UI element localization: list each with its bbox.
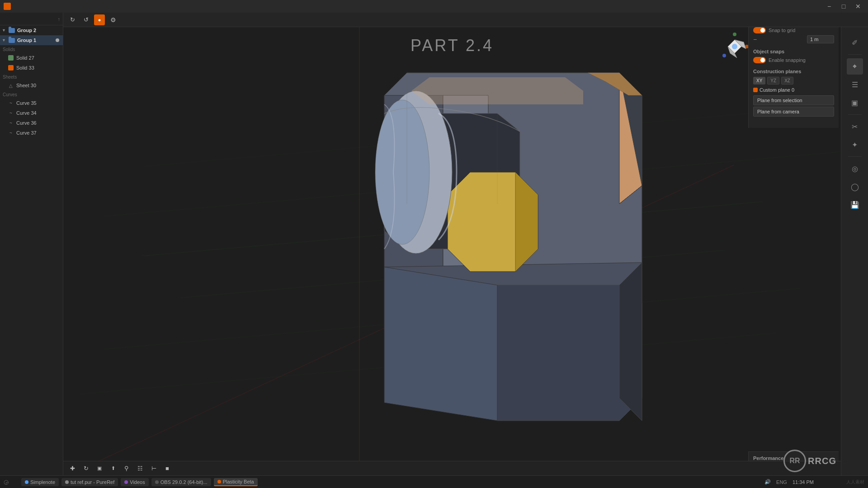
curve37-icon: ~ xyxy=(7,129,14,136)
vp-object-icon[interactable]: ■ xyxy=(162,463,173,474)
taskbar-videos[interactable]: Videos xyxy=(121,478,148,486)
volume-icon[interactable]: 🔊 xyxy=(764,479,771,485)
rpanel-square-btn[interactable]: ▣ xyxy=(847,94,863,111)
rpanel-circle-target-btn[interactable]: ◎ xyxy=(847,160,863,177)
maximize-button[interactable]: □ xyxy=(837,0,850,13)
sidebar-collapse-btn[interactable]: ↑ xyxy=(58,16,61,22)
plasticity-dot xyxy=(217,480,221,483)
group1-arrow: ▼ xyxy=(2,38,8,42)
enable-snapping-toggle[interactable] xyxy=(753,57,766,63)
tree-item-group2[interactable]: ▼ Group 2 xyxy=(0,25,63,35)
curve34-label: Curve 34 xyxy=(16,110,47,116)
snap-to-grid-row: Snap to grid xyxy=(753,27,834,33)
curve37-eye-btn[interactable]: 👁 xyxy=(47,130,54,136)
plane-from-camera-btn[interactable]: Plane from camera xyxy=(753,107,834,117)
taskbar-obs[interactable]: OBS 29.0.2 (64-bit)... xyxy=(151,478,211,486)
svg-marker-8 xyxy=(384,267,497,421)
snap-to-grid-toggle[interactable] xyxy=(753,27,766,33)
sheet30-x-btn[interactable]: ✕ xyxy=(55,82,61,89)
tree-item-curve36[interactable]: ~ Curve 36 👁 ✕ xyxy=(0,118,63,128)
history-forward-icon[interactable]: ↺ xyxy=(80,14,91,25)
curve35-x-btn[interactable]: ✕ xyxy=(55,100,61,106)
tree-item-group1[interactable]: ▼ Group 1 xyxy=(0,35,63,45)
rpanel-target-btn[interactable]: ⌖ xyxy=(847,58,863,75)
axis-tab-yz[interactable]: YZ xyxy=(767,77,779,84)
history-back-icon[interactable]: ↻ xyxy=(67,14,78,25)
enable-snapping-row: Enable snapping xyxy=(753,57,834,63)
rpanel-divider3 xyxy=(848,156,862,157)
rpanel-star-btn[interactable]: ✦ xyxy=(847,136,863,153)
watermark-label: 人人素材 xyxy=(846,479,864,485)
curve34-icon: ~ xyxy=(7,109,14,117)
rpanel-scissors-btn[interactable]: ✂ xyxy=(847,118,863,135)
vp-select-icon[interactable]: ⬆ xyxy=(108,463,118,474)
group2-arrow: ▼ xyxy=(2,28,8,33)
gizmo-svg xyxy=(719,31,750,62)
close-button[interactable]: ✕ xyxy=(852,0,864,13)
taskbar-simplenote[interactable]: Simplenote xyxy=(21,478,59,486)
plane-from-selection-btn[interactable]: Plane from selection xyxy=(753,95,834,105)
statusbar-left-icon[interactable]: ◶ xyxy=(4,479,9,485)
grid-size-input[interactable] xyxy=(807,35,834,43)
construction-planes-title: Construction planes xyxy=(753,69,834,74)
grid-size-minus[interactable]: − xyxy=(753,36,804,43)
rpanel-save-btn[interactable]: 💾 xyxy=(847,197,863,213)
axis-tab-xy[interactable]: XY xyxy=(753,77,765,84)
sheet30-eye-btn[interactable]: 👁 xyxy=(47,82,54,89)
curves-section-label: Curves xyxy=(0,90,63,98)
record-icon[interactable]: ● xyxy=(94,14,105,25)
axis-tab-xz[interactable]: XZ xyxy=(781,77,793,84)
curve34-eye-btn[interactable]: 👁 xyxy=(47,110,54,116)
main-toolbar: ↻ ↺ ● ⚙ xyxy=(63,13,868,27)
curve37-x-btn[interactable]: ✕ xyxy=(55,130,61,136)
vp-grid-icon[interactable]: ☷ xyxy=(135,463,146,474)
titlebar: − □ ✕ xyxy=(0,0,868,13)
object-snaps-title: Object snaps xyxy=(753,49,834,54)
solid33-label: Solid 33 xyxy=(16,65,61,70)
tree-item-curve35[interactable]: ~ Curve 35 👁 ✕ xyxy=(0,98,63,108)
vp-orbit-icon[interactable]: ⚲ xyxy=(121,463,132,474)
solid33-icon xyxy=(7,64,14,71)
settings-icon[interactable]: ⚙ xyxy=(108,14,118,25)
rpanel-layers-btn[interactable]: ☰ xyxy=(847,76,863,93)
obs-dot xyxy=(155,480,159,484)
tree-item-solid33[interactable]: Solid 33 xyxy=(0,63,63,73)
object-snaps-section: Object snaps Enable snapping xyxy=(753,49,834,63)
tree-item-solid27[interactable]: Solid 27 👁 ✕ xyxy=(0,53,63,63)
app-icon xyxy=(4,3,11,10)
model-container xyxy=(63,27,841,475)
svg-point-12 xyxy=(375,100,429,244)
taskbar-pureref[interactable]: tut ref.pur - PureRef xyxy=(61,478,118,486)
tree-item-sheet30[interactable]: △ Sheet 30 👁 ✕ xyxy=(0,80,63,90)
vp-select-box-icon[interactable]: ▣ xyxy=(94,463,105,474)
vp-measure-icon[interactable]: ⊢ xyxy=(148,463,159,474)
gizmo[interactable] xyxy=(719,31,750,62)
rpanel-circle-ring-btn[interactable]: ◯ xyxy=(847,178,863,195)
solid27-x-btn[interactable]: ✕ xyxy=(55,55,61,61)
taskbar-plasticity[interactable]: Plasticity Beta xyxy=(214,478,258,486)
curve34-x-btn[interactable]: ✕ xyxy=(55,110,61,116)
viewport[interactable]: PART 2.4 xyxy=(63,27,841,475)
tree-item-curve34[interactable]: ~ Curve 34 👁 ✕ xyxy=(0,108,63,118)
titlebar-left xyxy=(4,3,11,10)
curve35-eye-btn[interactable]: 👁 xyxy=(47,100,54,106)
construction-planes-section: Construction planes XY YZ XZ Custom plan… xyxy=(753,69,834,118)
sheets-section-label: Sheets xyxy=(0,73,63,80)
curve36-x-btn[interactable]: ✕ xyxy=(55,120,61,126)
vp-move-icon[interactable]: ✚ xyxy=(67,463,78,474)
solid27-eye-btn[interactable]: 👁 xyxy=(47,55,54,61)
rpanel-pen2-btn[interactable]: ✐ xyxy=(847,34,863,51)
sidebar-header: ↑ xyxy=(0,13,63,25)
curve36-eye-btn[interactable]: 👁 xyxy=(47,120,54,126)
solids-section-label: Solids xyxy=(0,45,63,53)
curve35-label: Curve 35 xyxy=(16,100,47,106)
simplenote-label: Simplenote xyxy=(30,479,55,485)
lang-label: ENG xyxy=(776,479,787,485)
svg-marker-16 xyxy=(411,77,583,104)
tree-item-curve37[interactable]: ~ Curve 37 👁 ✕ xyxy=(0,128,63,138)
vp-rotate-icon[interactable]: ↻ xyxy=(80,463,91,474)
minimize-button[interactable]: − xyxy=(823,0,835,13)
titlebar-right: − □ ✕ xyxy=(823,0,864,13)
group2-label: Group 2 xyxy=(17,28,61,33)
group1-label: Group 1 xyxy=(17,38,56,43)
